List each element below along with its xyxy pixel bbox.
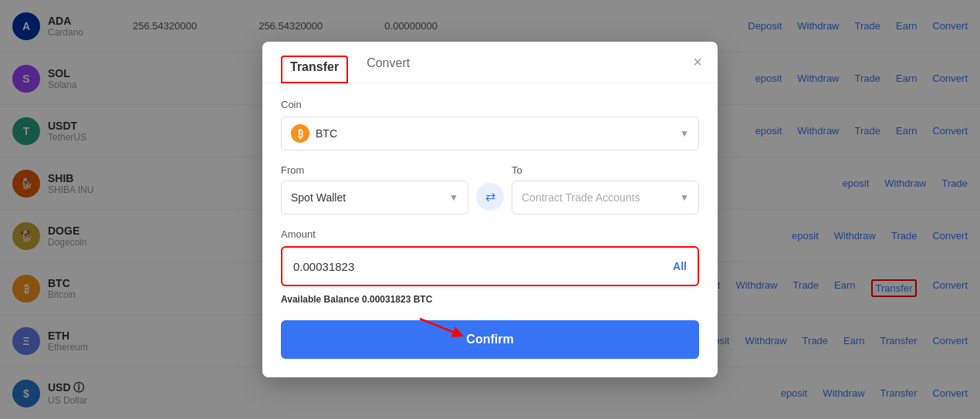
red-arrow-svg bbox=[404, 311, 482, 350]
to-label: To bbox=[512, 164, 699, 176]
close-button[interactable]: × bbox=[693, 54, 702, 69]
from-wallet-value: Spot Wallet bbox=[291, 191, 346, 204]
convert-tab[interactable]: Convert bbox=[367, 56, 410, 83]
amount-label: Amount bbox=[281, 228, 699, 240]
from-to-row: From Spot Wallet ▼ ⇄ To Contract Trade A… bbox=[281, 164, 699, 215]
swap-button[interactable]: ⇄ bbox=[476, 183, 504, 211]
btc-coin-icon: ₿ bbox=[291, 124, 309, 143]
amount-input[interactable] bbox=[293, 260, 673, 273]
coin-select-dropdown[interactable]: ₿ BTC ▼ bbox=[281, 117, 699, 150]
to-chevron-icon: ▼ bbox=[680, 192, 689, 203]
to-wallet-dropdown[interactable]: Contract Trade Accounts ▼ bbox=[512, 181, 699, 215]
svg-line-1 bbox=[420, 319, 458, 334]
coin-select-value: BTC bbox=[316, 127, 337, 140]
to-wallet-placeholder: Contract Trade Accounts bbox=[522, 191, 640, 204]
available-amount: 0.00031823 BTC bbox=[362, 294, 432, 305]
from-wallet-dropdown[interactable]: Spot Wallet ▼ bbox=[281, 181, 468, 215]
modal-header: Transfer Convert × bbox=[262, 42, 718, 83]
available-balance: Available Balance 0.00031823 BTC bbox=[281, 294, 699, 305]
chevron-down-icon: ▼ bbox=[680, 128, 689, 139]
modal-body: Coin ₿ BTC ▼ From Spot Wallet ▼ bbox=[262, 83, 718, 377]
transfer-tab[interactable]: Transfer bbox=[281, 56, 348, 83]
amount-input-wrapper: All bbox=[281, 246, 699, 286]
swap-arrows-icon: ⇄ bbox=[485, 189, 495, 204]
modal-overlay: Transfer Convert × Coin ₿ BTC ▼ From Spo… bbox=[0, 0, 980, 419]
coin-label: Coin bbox=[281, 99, 699, 110]
from-label: From bbox=[281, 164, 468, 176]
confirm-button[interactable]: Confirm bbox=[281, 320, 699, 359]
all-button[interactable]: All bbox=[673, 260, 687, 272]
from-section: From Spot Wallet ▼ bbox=[281, 164, 468, 215]
to-section: To Contract Trade Accounts ▼ bbox=[512, 164, 699, 215]
transfer-modal: Transfer Convert × Coin ₿ BTC ▼ From Spo… bbox=[262, 42, 718, 377]
from-chevron-icon: ▼ bbox=[449, 192, 458, 203]
